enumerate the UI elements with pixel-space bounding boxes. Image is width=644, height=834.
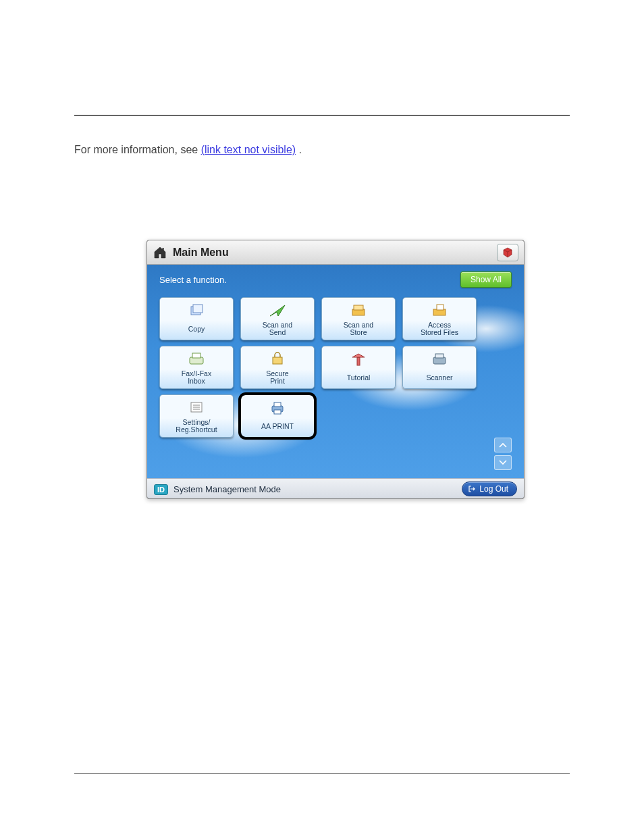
function-label: AA PRINT [261,419,294,434]
home-icon [153,246,167,259]
titlebar-title: Main Menu [173,246,229,259]
function-scan-send-button[interactable]: Scan and Send [240,297,315,340]
svg-rect-4 [193,305,203,313]
page-up-button[interactable] [494,438,512,452]
tutorial-icon [350,348,367,371]
svg-rect-0 [163,248,164,251]
chevron-down-icon [499,460,507,465]
printer-icon [269,396,286,419]
function-tutorial-button[interactable]: Tutorial [321,346,396,389]
body-text-prefix: For more information, see [74,144,201,155]
svg-rect-13 [357,357,360,365]
function-access-files-button[interactable]: Access Stored Files [402,297,477,340]
svg-rect-9 [437,305,444,310]
svg-marker-5 [270,305,285,316]
function-scanner-button[interactable]: Scanner [402,346,477,389]
files-icon [431,299,448,321]
function-label: Tutorial [347,371,371,386]
main-header: Select a function. Show All [159,271,512,288]
cube-icon [502,246,514,259]
page-top-rule [74,115,570,116]
function-label: Access Stored Files [421,321,458,337]
titlebar: Main Menu [147,240,524,265]
function-copy-button[interactable]: Copy [159,297,234,340]
function-label: Scan and Send [263,321,292,337]
id-badge: ID [154,484,168,495]
svg-rect-11 [192,353,200,358]
logout-label: Log Out [479,484,508,494]
svg-marker-14 [352,354,365,357]
body-paragraph: For more information, see (link text not… [74,142,570,159]
send-icon [269,299,286,321]
logout-icon [468,485,476,493]
show-all-button[interactable]: Show All [460,271,512,288]
chevron-up-icon [499,442,507,448]
function-label: Copy [188,322,205,337]
pager [494,438,512,470]
function-scan-store-button[interactable]: Scan and Store [321,297,396,340]
secure-icon [269,348,286,370]
function-secure-print-button[interactable]: Secure Print [240,346,315,389]
scanner-icon [431,348,448,371]
toner-status-button[interactable] [497,244,518,261]
body-text-suffix: . [299,144,302,155]
svg-rect-23 [274,410,281,414]
function-label: Scanner [426,371,452,386]
logout-button[interactable]: Log Out [462,481,517,496]
function-grid: CopyScan and SendScan and StoreAccess St… [159,297,512,438]
svg-rect-16 [435,354,444,358]
svg-rect-22 [274,402,281,407]
svg-rect-7 [354,305,363,310]
function-label: Fax/I-Fax Inbox [182,370,211,386]
device-screenshot: Main Menu Select a function. Show All Co… [146,240,525,499]
status-text: System Management Mode [173,484,281,494]
page-down-button[interactable] [494,455,512,470]
settings-icon [188,396,205,419]
prompt-text: Select a function. [159,275,227,285]
fax-icon [188,348,205,370]
svg-rect-12 [273,357,282,364]
body-link[interactable]: (link text not visible) [201,144,296,155]
function-label: Scan and Store [344,321,373,337]
main-area: Select a function. Show All CopyScan and… [147,265,524,478]
function-label: Secure Print [266,370,288,386]
store-icon [350,299,367,321]
page-bottom-rule [74,773,570,774]
statusbar: ID System Management Mode Log Out [147,478,524,499]
copy-icon [188,299,205,322]
function-fax-inbox-button[interactable]: Fax/I-Fax Inbox [159,346,234,389]
function-settings-button[interactable]: Settings/ Reg.Shortcut [159,394,234,438]
function-aa-print-button[interactable]: AA PRINT [240,394,315,438]
function-label: Settings/ Reg.Shortcut [176,419,217,434]
